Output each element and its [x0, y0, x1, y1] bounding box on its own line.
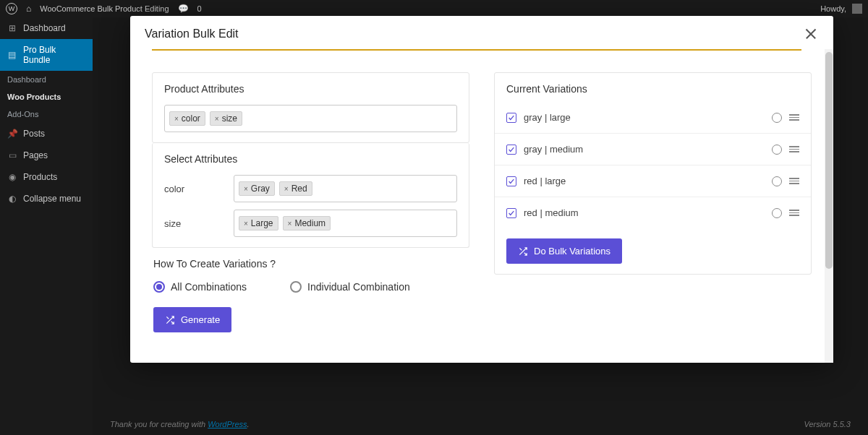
value-tag[interactable]: ×Red [279, 181, 312, 196]
wordpress-link[interactable]: WordPress [208, 420, 247, 428]
attribute-values-input[interactable]: ×Large×Medium [234, 210, 457, 237]
variation-row: red | medium [495, 197, 811, 228]
how-to-create-heading: How To Create Variations ? [153, 258, 468, 270]
sidebar-item-label: Posts [23, 129, 45, 139]
radio-icon [153, 281, 165, 293]
sidebar-item-pages[interactable]: ▭ Pages [0, 145, 93, 166]
footer-prefix: Thank you for creating with [110, 420, 208, 428]
sidebar-item-label: Dashboard [23, 23, 66, 33]
dashboard-icon: ⊞ [7, 23, 17, 33]
value-tag[interactable]: ×Large [239, 216, 278, 231]
remove-tag-icon[interactable]: × [244, 220, 248, 228]
version-label: Version 5.5.3 [804, 420, 851, 428]
wordpress-logo-icon[interactable]: W [6, 3, 17, 14]
sidebar-item-label: Pro Bulk Bundle [23, 45, 85, 65]
product-attributes-input[interactable]: ×color×size [164, 105, 457, 132]
sidebar-item-pro-bulk-bundle[interactable]: ▤ Pro Bulk Bundle [0, 39, 93, 71]
products-icon: ◉ [7, 172, 17, 182]
variation-radio[interactable] [772, 208, 782, 218]
variation-label: gray | large [524, 112, 765, 123]
sidebar-item-dashboard[interactable]: ⊞ Dashboard [0, 17, 93, 39]
admin-bar: W ⌂ WooCommerce Bulk Product Editing 💬 0… [0, 0, 868, 17]
variation-label: red | medium [524, 207, 765, 218]
drag-handle-icon[interactable] [789, 178, 799, 184]
variation-checkbox[interactable] [506, 145, 516, 155]
variation-row: red | large [495, 165, 811, 197]
remove-tag-icon[interactable]: × [244, 185, 248, 193]
attribute-label: size [164, 218, 222, 229]
radio-icon [290, 281, 302, 293]
sidebar-item-label: Products [23, 172, 57, 182]
product-attributes-heading: Product Attributes [164, 83, 457, 95]
admin-footer: Thank you for creating with WordPress. V… [93, 413, 868, 435]
variation-label: red | large [524, 176, 765, 186]
remove-tag-icon[interactable]: × [174, 115, 179, 123]
collapse-icon: ◐ [7, 194, 17, 204]
howdy-label[interactable]: Howdy, [820, 4, 846, 13]
variation-checkbox[interactable] [506, 208, 516, 218]
value-tag[interactable]: ×Gray [239, 181, 275, 196]
select-attributes-heading: Select Attributes [164, 153, 457, 165]
avatar[interactable] [852, 4, 862, 14]
pin-icon: 📌 [7, 129, 17, 139]
variation-checkbox[interactable] [506, 113, 516, 123]
admin-sidebar: ⊞ Dashboard ▤ Pro Bulk Bundle Dashboard … [0, 17, 93, 435]
attribute-values-input[interactable]: ×Gray×Red [234, 175, 457, 202]
value-tag[interactable]: ×Medium [283, 216, 331, 231]
remove-tag-icon[interactable]: × [284, 185, 289, 193]
attribute-tag[interactable]: ×color [169, 111, 205, 126]
scrollbar-thumb[interactable] [825, 52, 833, 269]
variation-radio[interactable] [772, 176, 782, 186]
remove-tag-icon[interactable]: × [288, 220, 292, 228]
generate-label: Generate [181, 314, 220, 325]
variation-row: gray | medium [495, 133, 811, 165]
sidebar-sub-woo-products[interactable]: Woo Products [0, 88, 93, 105]
variation-label: gray | medium [524, 144, 765, 155]
generate-button[interactable]: Generate [153, 307, 231, 332]
shuffle-icon [518, 246, 528, 257]
radio-label: All Combinations [171, 281, 247, 293]
scrollbar-track[interactable] [825, 49, 833, 363]
close-button[interactable] [803, 26, 819, 42]
sidebar-sub-dashboard[interactable]: Dashboard [0, 71, 93, 88]
do-bulk-label: Do Bulk Variations [534, 246, 610, 257]
sidebar-item-collapse[interactable]: ◐ Collapse menu [0, 188, 93, 210]
variation-bulk-edit-modal: Variation Bulk Edit Product Attributes ×… [130, 16, 833, 363]
variation-radio[interactable] [772, 113, 782, 123]
drag-handle-icon[interactable] [789, 114, 799, 121]
sidebar-item-label: Collapse menu [23, 194, 81, 204]
attribute-label: color [164, 184, 222, 194]
remove-tag-icon[interactable]: × [215, 115, 219, 123]
footer-suffix: . [247, 420, 250, 428]
drag-handle-icon[interactable] [789, 210, 799, 216]
modal-title: Variation Bulk Edit [145, 27, 239, 40]
sidebar-item-products[interactable]: ◉ Products [0, 166, 93, 188]
creation-mode-radio[interactable]: All Combinations [153, 281, 247, 293]
attribute-tag[interactable]: ×size [210, 111, 242, 126]
variation-radio[interactable] [772, 145, 782, 155]
attribute-row: size×Large×Medium [164, 210, 457, 237]
comment-count: 0 [197, 4, 202, 13]
current-variations-heading: Current Variations [506, 83, 799, 95]
variation-checkbox[interactable] [506, 176, 516, 186]
sidebar-item-label: Pages [23, 150, 48, 160]
creation-mode-radio[interactable]: Individual Combination [290, 281, 410, 293]
variation-row: gray | large [495, 102, 811, 133]
radio-label: Individual Combination [307, 281, 410, 293]
home-icon[interactable]: ⌂ [26, 4, 31, 14]
sidebar-item-posts[interactable]: 📌 Posts [0, 123, 93, 145]
do-bulk-variations-button[interactable]: Do Bulk Variations [506, 238, 622, 264]
shuffle-icon [165, 315, 175, 325]
drag-handle-icon[interactable] [789, 146, 799, 152]
comment-icon[interactable]: 💬 [178, 4, 189, 14]
sidebar-sub-addons[interactable]: Add-Ons [0, 105, 93, 123]
page-icon: ▭ [7, 150, 17, 160]
bundle-icon: ▤ [7, 50, 17, 60]
site-title[interactable]: WooCommerce Bulk Product Editing [40, 4, 169, 13]
attribute-row: color×Gray×Red [164, 175, 457, 202]
divider [152, 49, 801, 51]
